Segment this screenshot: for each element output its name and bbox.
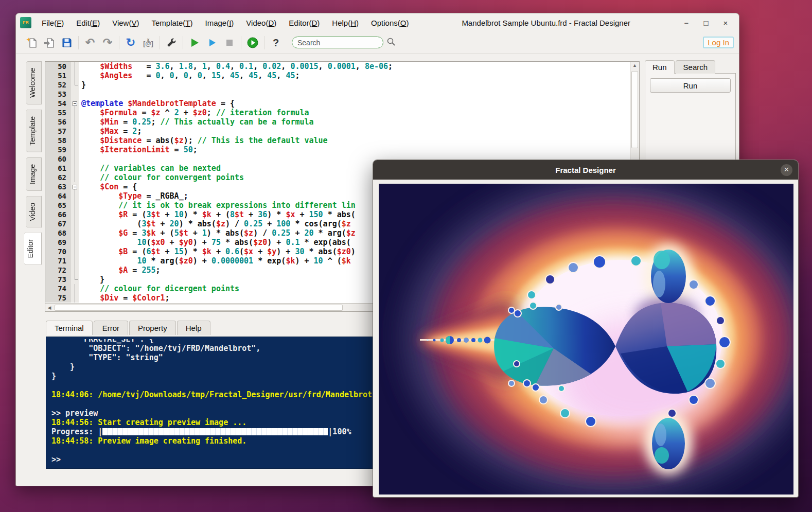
fractal-window-title: Fractal Designer (555, 166, 616, 174)
sidebar-tab-video[interactable]: Video (26, 196, 42, 228)
code-text: $Div = $Color1; (79, 293, 170, 303)
search-magnifier-icon[interactable] (386, 37, 396, 48)
editor-line[interactable]: 54−@template $MandelbrotTemplate = { (45, 99, 630, 108)
line-number: 53 (45, 90, 71, 99)
line-number: 62 (45, 173, 71, 182)
sidebar-tab-editor[interactable]: Editor (24, 233, 42, 265)
side-tab-strip: WelcomeTemplateImageVideoEditor (19, 61, 43, 270)
fold-marker (71, 210, 79, 219)
run-panel-tab-run[interactable]: Run (645, 60, 675, 74)
redo-icon[interactable]: ↷ (100, 35, 115, 50)
scroll-up-icon[interactable]: ▲ (630, 63, 639, 68)
run-panel-tab-search[interactable]: Search (676, 60, 716, 74)
bottom-tab-error[interactable]: Error (94, 321, 128, 335)
editor-line[interactable]: 51 $Angles = 0, 0, 0, 0, 15, 45, 45, 45,… (45, 71, 630, 80)
bottom-panel-tabs: TerminalErrorPropertyHelp (46, 321, 211, 335)
sidebar-tab-template[interactable]: Template (26, 110, 42, 152)
line-number: 57 (45, 127, 71, 136)
menu-view[interactable]: View(V) (106, 15, 145, 31)
editor-line[interactable]: 55 $Formula = $z ^ 2 + $z0; // iteration… (45, 108, 630, 117)
bottom-tab-help[interactable]: Help (177, 321, 210, 335)
menu-image[interactable]: Image(I) (199, 15, 240, 31)
code-text: // colour for dicergent points (79, 284, 239, 293)
fractal-window-close-icon[interactable]: ✕ (781, 164, 792, 176)
undo-icon[interactable]: ↶ (82, 35, 98, 50)
maximize-button[interactable]: □ (702, 19, 710, 27)
open-file-icon[interactable] (42, 35, 57, 50)
line-number: 73 (45, 275, 71, 284)
editor-line[interactable]: 53 (45, 90, 630, 99)
sidebar-tab-welcome[interactable]: Welcome (26, 61, 42, 104)
bottom-tab-terminal[interactable]: Terminal (46, 321, 93, 335)
menu-file[interactable]: File(F) (36, 15, 70, 31)
close-button[interactable]: × (721, 19, 730, 27)
editor-line[interactable]: 56 $Min = 0.25; // This actually can be … (45, 117, 630, 127)
sidebar-tab-image[interactable]: Image (26, 157, 42, 191)
editor-line[interactable]: 57 $Max = 2; (45, 127, 630, 136)
menu-edit[interactable]: Edit(E) (70, 15, 106, 31)
bottom-tab-property[interactable]: Property (129, 321, 176, 335)
fractal-window-titlebar[interactable]: Fractal Designer ✕ (373, 160, 798, 180)
editor-line[interactable]: 50 $Widths = 3.6, 1.8, 1, 0.4, 0.1, 0.02… (45, 62, 630, 71)
run-button[interactable]: Run (650, 78, 731, 93)
line-number: 58 (45, 136, 71, 145)
line-number: 67 (45, 219, 71, 228)
window-controls: − □ × (682, 19, 730, 27)
desktop: { "window": { "title": "Mandelbrot Sampl… (0, 0, 812, 512)
variable-icon[interactable]: x[@] (140, 35, 156, 50)
line-number: 51 (45, 71, 71, 80)
toolbar-separator (241, 36, 241, 49)
fold-marker[interactable]: − (71, 99, 79, 108)
run-all-icon[interactable] (245, 35, 260, 50)
fold-marker (71, 127, 79, 136)
fold-marker (71, 275, 79, 284)
code-text: $Max = 2; (79, 127, 142, 136)
editor-line[interactable]: 52} (45, 80, 630, 90)
code-text (79, 154, 81, 164)
reload-icon[interactable]: ↻ (123, 35, 138, 50)
new-file-icon[interactable] (24, 35, 40, 50)
line-number: 59 (45, 145, 71, 154)
toolbar-separator (264, 36, 264, 49)
run-template-icon[interactable] (187, 35, 202, 50)
code-text: } (79, 80, 86, 90)
editor-line[interactable]: 58 $Distance = abs($z); // This is the d… (45, 136, 630, 145)
toolbar-separator (160, 36, 160, 49)
minimize-button[interactable]: − (682, 19, 691, 27)
code-text: $Type = _RGBA_; (79, 191, 188, 201)
progress-bar (102, 428, 328, 435)
save-icon[interactable] (59, 35, 75, 50)
fold-marker (71, 201, 79, 210)
wrench-icon[interactable] (164, 35, 179, 50)
run-image-icon[interactable] (204, 35, 220, 50)
line-number: 64 (45, 191, 71, 201)
code-text: $Widths = 3.6, 1.8, 1, 0.4, 0.1, 0.02, 0… (79, 62, 393, 71)
menu-editor[interactable]: Editor(D) (283, 15, 326, 31)
search-input[interactable] (292, 37, 383, 48)
login-button[interactable]: Log In (703, 37, 734, 48)
line-number: 72 (45, 266, 71, 275)
menu-template[interactable]: Template(T) (145, 15, 199, 31)
menu-options[interactable]: Options(O) (365, 15, 415, 31)
fractal-preview-window: Fractal Designer ✕ (373, 160, 799, 498)
editor-line[interactable]: 59 $IterationLimit = 50; (45, 145, 630, 154)
fold-marker (71, 173, 79, 182)
fold-marker (71, 256, 79, 266)
fold-marker (71, 145, 79, 154)
scrollbar-thumb[interactable] (631, 71, 638, 148)
stop-icon[interactable] (222, 35, 237, 50)
fold-marker (71, 80, 79, 90)
line-number: 61 (45, 164, 71, 173)
fold-marker (71, 108, 79, 117)
help-icon[interactable]: ? (268, 35, 284, 50)
scroll-left-icon[interactable]: ◀ (45, 305, 54, 310)
menu-video[interactable]: Video(D) (240, 15, 283, 31)
menu-help[interactable]: Help(H) (326, 15, 365, 31)
scrollbar-thumb[interactable] (55, 305, 343, 311)
fold-marker (71, 293, 79, 303)
code-text: $A = 255; (79, 266, 161, 275)
code-text: $Con = { (79, 182, 137, 191)
fold-marker[interactable]: − (71, 182, 79, 191)
code-text: $G = 3$k + (5$t + 1) * abs($z) / 0.25 + … (79, 228, 356, 238)
line-number: 60 (45, 154, 71, 164)
